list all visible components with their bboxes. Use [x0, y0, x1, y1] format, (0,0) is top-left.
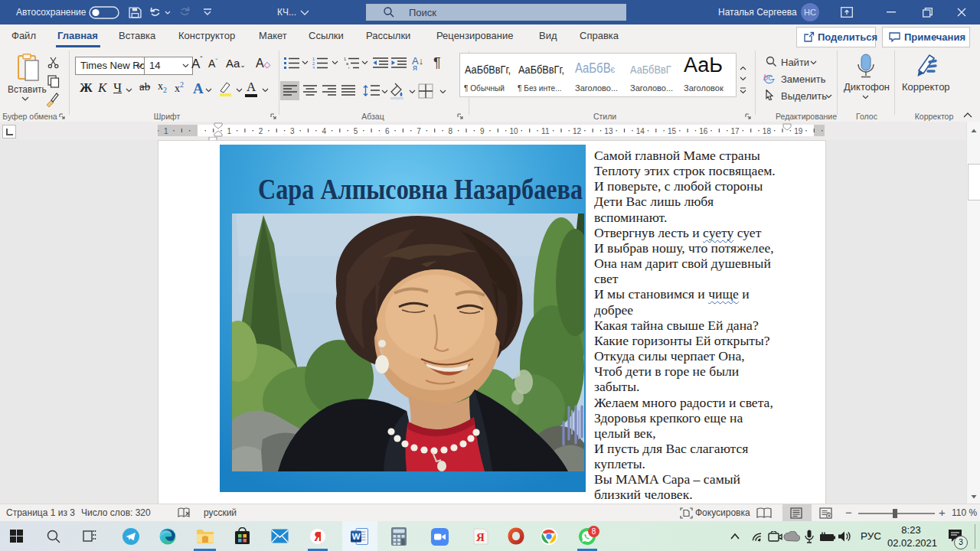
svg-text:15: 15 [668, 127, 677, 135]
svg-text:12: 12 [573, 127, 582, 135]
svg-text:16: 16 [699, 127, 708, 135]
svg-text:3: 3 [290, 127, 295, 135]
svg-text:Я: Я [476, 531, 485, 543]
svg-text:17: 17 [731, 127, 740, 135]
svg-text:1: 1 [227, 127, 232, 135]
svg-text:5: 5 [354, 127, 358, 135]
svg-text:11: 11 [541, 127, 550, 135]
svg-text:4: 4 [322, 127, 326, 135]
svg-text:14: 14 [636, 127, 645, 135]
svg-text:13: 13 [604, 127, 613, 135]
svg-text:7: 7 [416, 127, 421, 135]
svg-text:18: 18 [763, 127, 772, 135]
svg-text:6: 6 [385, 127, 390, 135]
svg-text:19: 19 [794, 127, 803, 135]
svg-text:W: W [352, 532, 361, 541]
svg-text:1: 1 [164, 127, 168, 135]
svg-text:Сара Алпысовна Назарбаева: Сара Алпысовна Назарбаева [258, 173, 583, 205]
svg-text:8: 8 [449, 127, 453, 135]
svg-text:10: 10 [509, 127, 518, 135]
svg-text:3: 3 [312, 66, 315, 70]
svg-text:2: 2 [259, 127, 263, 135]
svg-text:9: 9 [480, 127, 485, 135]
svg-text:i: i [348, 66, 349, 70]
